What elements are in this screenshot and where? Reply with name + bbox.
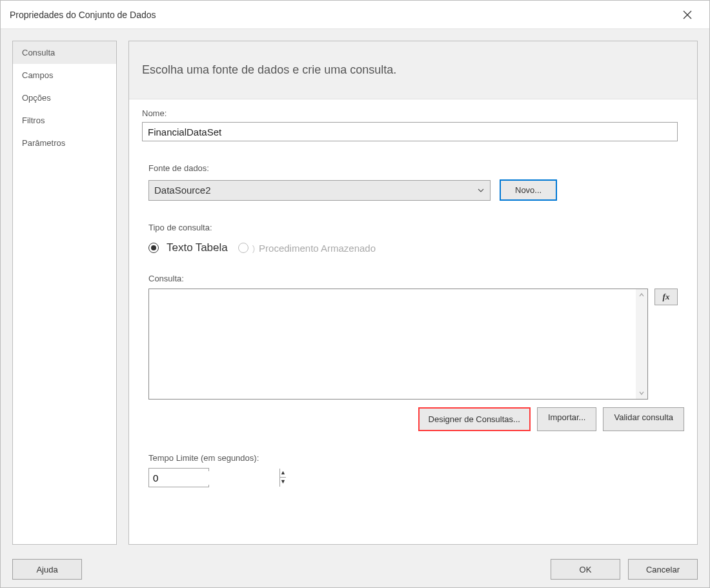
radio-text-label: Texto xyxy=(167,241,193,254)
radio-table-label: Tabela xyxy=(196,241,228,254)
close-button[interactable] xyxy=(674,5,700,25)
titlebar: Propriedades do Conjunto de Dados xyxy=(1,1,709,29)
sidebar-item-campos[interactable]: Campos xyxy=(13,64,116,86)
main-headline: Escolha uma fonte de dados e crie uma co… xyxy=(129,41,697,99)
help-button[interactable]: Ajuda xyxy=(12,559,82,580)
datasource-value: DataSource2 xyxy=(154,185,211,196)
new-datasource-button[interactable]: Novo... xyxy=(500,179,557,201)
chevron-down-icon xyxy=(477,187,485,194)
validate-query-button[interactable]: Validar consulta xyxy=(603,407,684,431)
close-icon xyxy=(683,10,692,19)
window-title: Propriedades do Conjunto de Dados xyxy=(10,10,674,20)
dialog-footer: Ajuda OK Cancelar xyxy=(1,551,709,587)
ok-button[interactable]: OK xyxy=(551,559,620,580)
name-label: Nome: xyxy=(142,108,684,118)
scroll-up-icon[interactable] xyxy=(636,289,647,301)
sidebar: Consulta Campos Opções Filtros Parâmetro… xyxy=(12,41,117,545)
sidebar-item-parametros[interactable]: Parâmetros xyxy=(13,132,116,154)
timeout-step-down[interactable]: ▼ xyxy=(279,478,286,487)
dialog-body: Consulta Campos Opções Filtros Parâmetro… xyxy=(1,29,709,551)
cancel-button[interactable]: Cancelar xyxy=(628,559,698,580)
querytype-label: Tipo de consulta: xyxy=(148,223,684,232)
datasource-select[interactable]: DataSource2 xyxy=(148,180,491,201)
import-button[interactable]: Importar... xyxy=(537,407,597,431)
sidebar-item-opcoes[interactable]: Opções xyxy=(13,86,116,109)
name-input[interactable] xyxy=(142,122,678,141)
paren: ) xyxy=(252,243,255,253)
query-textarea[interactable] xyxy=(148,289,648,400)
radio-text[interactable] xyxy=(148,243,159,253)
main-panel: Escolha uma fonte de dados e crie uma co… xyxy=(128,41,698,545)
timeout-step-up[interactable]: ▲ xyxy=(279,469,286,478)
radio-sp-label: Procedimento Armazenado xyxy=(259,243,376,254)
timeout-input[interactable] xyxy=(149,471,279,485)
query-scrollbar[interactable] xyxy=(636,289,647,399)
dialog-window: Propriedades do Conjunto de Dados Consul… xyxy=(0,0,710,588)
timeout-label: Tempo Limite (em segundos): xyxy=(148,453,684,463)
scroll-down-icon[interactable] xyxy=(636,387,647,399)
sidebar-item-filtros[interactable]: Filtros xyxy=(13,109,116,132)
main-content: Nome: Fonte de dados: DataSource2 Novo..… xyxy=(129,99,697,544)
fx-icon: fx xyxy=(663,292,670,302)
sidebar-item-consulta[interactable]: Consulta xyxy=(13,41,116,64)
query-designer-button[interactable]: Designer de Consultas... xyxy=(418,407,531,431)
query-label: Consulta: xyxy=(148,274,684,283)
datasource-label: Fonte de dados: xyxy=(148,163,684,173)
timeout-stepper[interactable]: ▲ ▼ xyxy=(148,468,209,487)
expression-button[interactable]: fx xyxy=(654,289,678,305)
radio-sp[interactable] xyxy=(238,243,249,253)
